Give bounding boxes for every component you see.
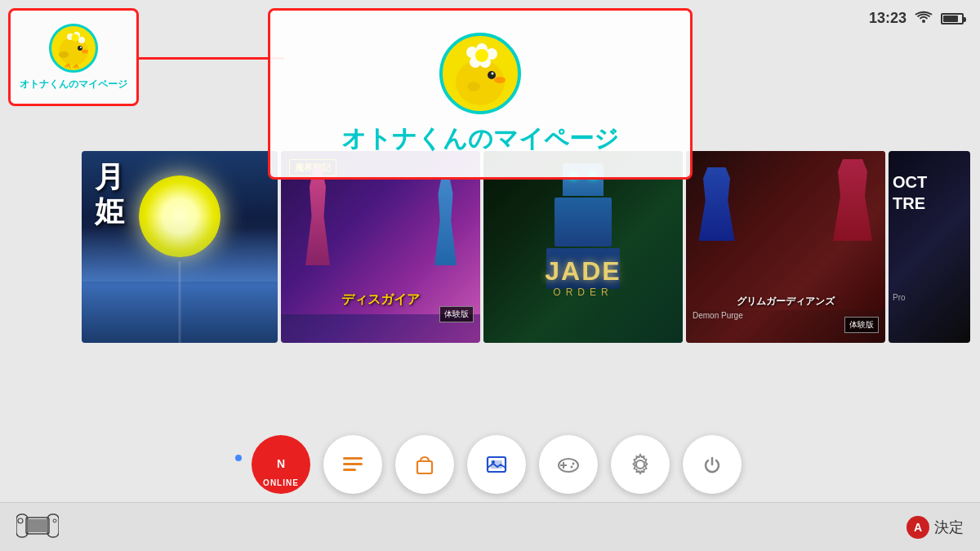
nav-item-online[interactable]: N ONLINE <box>252 435 310 494</box>
battery-icon <box>941 13 964 24</box>
svg-rect-45 <box>28 519 47 532</box>
profile-small-card[interactable]: オトナくんのマイページ <box>8 8 139 106</box>
bottom-bar: A 決定 <box>0 502 980 551</box>
game-thumb-tsukihime[interactable]: 月 姫 <box>82 151 278 343</box>
clock: 13:23 <box>869 10 906 27</box>
svg-point-41 <box>636 460 644 469</box>
profile-small-name: オトナくんのマイページ <box>20 78 127 91</box>
svg-point-0 <box>922 20 925 23</box>
confirm-text: 決定 <box>934 518 964 537</box>
svg-point-23 <box>488 71 496 79</box>
avatar-small <box>49 24 98 73</box>
svg-point-47 <box>53 519 56 522</box>
games-row: 月 姫 魔界戦記 ディスガイア 体験版 JADE ORDER <box>82 151 980 343</box>
game-thumb-octopath[interactable]: OCT TRE Pro <box>889 151 970 343</box>
nav-bar: N ONLINE <box>0 435 980 494</box>
nav-item-album[interactable] <box>467 435 526 494</box>
profile-big-name: オトナくんのマイページ <box>341 122 619 156</box>
svg-point-35 <box>492 460 495 464</box>
svg-point-39 <box>572 463 575 465</box>
svg-point-40 <box>571 466 573 469</box>
switch-console-icon <box>16 513 59 542</box>
a-button: A <box>906 516 929 539</box>
status-bar: 13:23 <box>869 10 964 27</box>
svg-point-26 <box>467 82 480 91</box>
nav-item-shop[interactable] <box>395 435 454 494</box>
nav-item-power[interactable] <box>683 435 742 494</box>
nav-item-settings[interactable] <box>611 435 670 494</box>
svg-rect-32 <box>417 461 432 473</box>
svg-rect-31 <box>343 469 356 471</box>
svg-point-8 <box>82 49 88 53</box>
svg-point-22 <box>475 49 488 62</box>
confirm-label: A 決定 <box>906 516 964 539</box>
svg-point-25 <box>494 77 506 83</box>
svg-rect-30 <box>343 463 363 465</box>
connector-line <box>137 57 284 60</box>
profile-big-card[interactable]: オトナくんのマイページ <box>268 8 693 180</box>
svg-point-6 <box>78 46 82 51</box>
nav-item-controllers[interactable] <box>539 435 598 494</box>
avatar-big <box>439 33 521 114</box>
online-label: ONLINE <box>263 478 299 487</box>
game-thumb-grim-guardians[interactable]: グリムガーディアンズ Demon Purge 体験版 <box>686 151 885 343</box>
svg-point-5 <box>72 33 79 41</box>
game-thumb-disgaea[interactable]: 魔界戦記 ディスガイア 体験版 <box>281 151 480 343</box>
svg-point-24 <box>492 72 494 74</box>
svg-point-4 <box>78 37 85 43</box>
nav-item-news[interactable] <box>323 435 382 494</box>
nav-indicator-dot <box>235 455 242 461</box>
svg-text:N: N <box>277 457 285 470</box>
svg-rect-29 <box>343 457 363 460</box>
svg-point-9 <box>59 51 69 58</box>
svg-line-15 <box>77 64 78 69</box>
game-thumb-jade-order[interactable]: JADE ORDER <box>483 151 683 343</box>
svg-point-46 <box>18 518 23 523</box>
wifi-icon <box>915 11 933 27</box>
svg-point-7 <box>80 47 82 48</box>
